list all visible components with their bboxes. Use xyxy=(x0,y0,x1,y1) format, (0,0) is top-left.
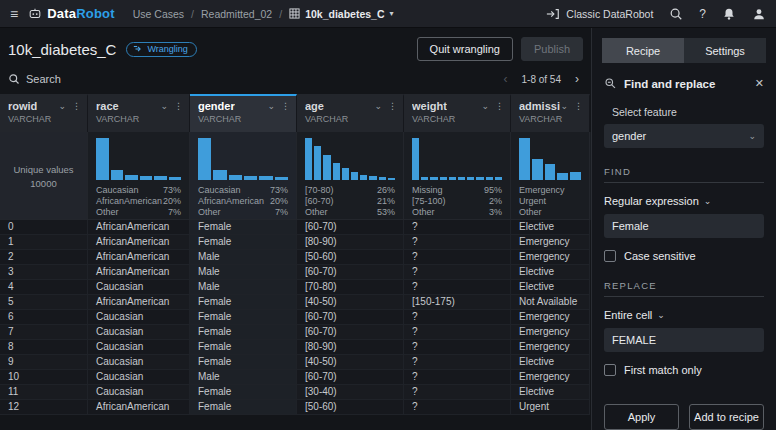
column-name: gender xyxy=(198,100,235,112)
histogram-bar xyxy=(323,155,330,180)
close-icon[interactable]: ✕ xyxy=(755,77,764,90)
table-cell: [60-70) xyxy=(297,370,404,385)
table-cell: ? xyxy=(404,250,511,265)
search-icon[interactable] xyxy=(669,7,683,21)
help-icon[interactable]: ? xyxy=(699,7,706,21)
column-header-gender[interactable]: gender⌄⋮VARCHAR xyxy=(190,94,297,132)
breadcrumb-use-cases[interactable]: Use Cases xyxy=(133,8,184,20)
sort-chevron-icon[interactable]: ⌄ xyxy=(160,101,168,111)
column-summary-gender: Caucasian73%AfricanAmerican20%Other7% xyxy=(190,132,297,220)
prev-page-icon[interactable]: ‹ xyxy=(504,72,508,86)
table-cell: Female xyxy=(190,295,297,310)
wrangling-status-badge: Wrangling xyxy=(126,42,196,57)
hamburger-menu-icon[interactable]: ≡ xyxy=(10,6,18,22)
stat-value: 73% xyxy=(270,185,288,196)
table-cell: 6 xyxy=(0,310,88,325)
table-cell: AfricanAmerican xyxy=(88,220,190,235)
search-input[interactable]: Search xyxy=(8,73,61,85)
find-and-replace-section: Find and replace ✕ Select feature gender… xyxy=(592,63,776,430)
datarobot-logo[interactable]: DataRobot xyxy=(28,6,115,21)
histogram-bar xyxy=(314,146,321,180)
table-cell: [80-90) xyxy=(297,340,404,355)
sort-chevron-icon[interactable]: ⌄ xyxy=(481,101,489,111)
stat-row: Missing95% xyxy=(412,185,502,196)
column-header-age[interactable]: age⌄⋮VARCHAR xyxy=(297,94,404,132)
table-row: 5AfricanAmericanFemale[40-50)[150-175)No… xyxy=(0,295,591,310)
unique-values-count: 10000 xyxy=(30,177,56,191)
stat-value: 26% xyxy=(377,185,395,196)
breadcrumb-dataset[interactable]: 10k_diabetes_C ▾ xyxy=(289,8,393,20)
table-cell: Caucasian xyxy=(88,370,190,385)
column-header-top: admission_type_i⌄⋮ xyxy=(519,100,583,112)
find-value-input[interactable]: Female xyxy=(604,214,764,238)
feature-select[interactable]: gender ⌄ xyxy=(604,124,764,148)
table-cell: 5 xyxy=(0,295,88,310)
tab-settings[interactable]: Settings xyxy=(684,38,766,63)
next-page-icon[interactable]: › xyxy=(575,72,579,86)
column-menu-icon[interactable]: ⋮ xyxy=(72,101,81,111)
table-cell: Female xyxy=(190,220,297,235)
sort-chevron-icon[interactable]: ⌄ xyxy=(267,101,275,111)
classic-datarobot-link[interactable]: Classic DataRobot xyxy=(546,7,653,21)
table-row: 0AfricanAmericanFemale[60-70)?Elective xyxy=(0,220,591,235)
add-to-recipe-button[interactable]: Add to recipe xyxy=(689,404,764,430)
table-cell: AfricanAmerican xyxy=(88,250,190,265)
pagination: ‹ 1-8 of 54 › xyxy=(504,72,583,86)
table-cell: [80-90) xyxy=(297,235,404,250)
table-body: 0AfricanAmericanFemale[60-70)?Elective1A… xyxy=(0,220,591,415)
table-cell: Caucasian xyxy=(88,310,190,325)
stat-value: 21% xyxy=(377,196,395,207)
quit-wrangling-button[interactable]: Quit wrangling xyxy=(417,37,513,61)
table-cell: 10 xyxy=(0,370,88,385)
column-menu-icon[interactable]: ⋮ xyxy=(281,101,290,111)
stat-row: [75-100)2% xyxy=(412,196,502,207)
stat-label: Other xyxy=(519,207,542,218)
find-mode-dropdown[interactable]: Regular expression ⌄ xyxy=(604,195,764,207)
replace-mode-dropdown[interactable]: Entire cell ⌄ xyxy=(604,309,764,321)
sort-chevron-icon[interactable]: ⌄ xyxy=(560,101,568,111)
column-menu-icon[interactable]: ⋮ xyxy=(388,101,397,111)
case-sensitive-checkbox[interactable]: Case sensitive xyxy=(604,250,764,262)
histogram-bar xyxy=(111,170,124,181)
tab-recipe[interactable]: Recipe xyxy=(602,38,684,63)
table-cell: 4 xyxy=(0,280,88,295)
column-menu-icon[interactable]: ⋮ xyxy=(495,101,504,111)
table-cell: Female xyxy=(190,400,297,415)
sort-chevron-icon[interactable]: ⌄ xyxy=(374,101,382,111)
search-icon xyxy=(8,73,20,85)
sort-chevron-icon[interactable]: ⌄ xyxy=(58,101,66,111)
histogram-bar xyxy=(244,176,257,180)
histogram-bar xyxy=(96,138,109,180)
replace-value-input[interactable]: FEMALE xyxy=(604,328,764,352)
column-header-rowid[interactable]: rowid⌄⋮VARCHAR xyxy=(0,94,88,132)
table-cell: 0 xyxy=(0,220,88,235)
publish-button[interactable]: Publish xyxy=(521,37,583,61)
table-row: 4CaucasianMale[70-80)?Elective xyxy=(0,280,591,295)
replace-section-label: REPLACE xyxy=(604,280,764,297)
table-cell: Emergency xyxy=(511,250,590,265)
table-cell: Emergency xyxy=(511,325,590,340)
badge-label: Wrangling xyxy=(147,44,187,54)
column-menu-icon[interactable]: ⋮ xyxy=(574,101,583,111)
user-avatar-icon[interactable] xyxy=(752,7,766,21)
table-cell: Caucasian xyxy=(88,340,190,355)
table-cell: ? xyxy=(404,385,511,400)
table-row: 10CaucasianMale[60-70)?Emergency xyxy=(0,370,591,385)
column-type: VARCHAR xyxy=(305,114,397,124)
table-cell: Female xyxy=(190,310,297,325)
stat-label: [70-80) xyxy=(305,185,334,196)
column-header-weight[interactable]: weight⌄⋮VARCHAR xyxy=(404,94,511,132)
first-match-only-checkbox[interactable]: First match only xyxy=(604,364,764,376)
column-menu-icon[interactable]: ⋮ xyxy=(174,101,183,111)
table-summary-row: Unique values10000Caucasian73%AfricanAme… xyxy=(0,132,591,220)
stat-row: Emergency xyxy=(519,185,581,196)
table-row: 8CaucasianFemale[80-90)?Emergency xyxy=(0,340,591,355)
column-header-race[interactable]: race⌄⋮VARCHAR xyxy=(88,94,190,132)
apply-button[interactable]: Apply xyxy=(604,404,679,430)
breadcrumb-project[interactable]: Readmitted_02 xyxy=(201,8,272,20)
column-summary-race: Caucasian73%AfricanAmerican20%Other7% xyxy=(88,132,190,220)
column-summary-admission_type_i: EmergencyUrgentOther xyxy=(511,132,590,220)
stat-label: Other xyxy=(412,207,435,218)
notifications-bell-icon[interactable] xyxy=(722,7,736,21)
column-header-admission_type_i[interactable]: admission_type_i⌄⋮VARCHAR xyxy=(511,94,590,132)
